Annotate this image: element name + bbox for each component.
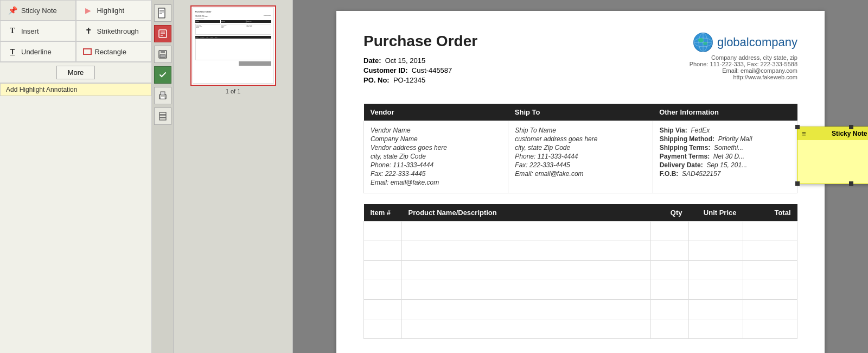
other-info-header: Other Information	[653, 104, 797, 121]
company-details: Company address, city state, zip Phone: …	[690, 54, 797, 80]
ship-via-value: FedEx	[691, 127, 710, 134]
ship-via-label: Ship Via:	[660, 127, 687, 134]
rectangle-label: Rectangle	[95, 48, 127, 56]
ship-email: Email: email@fake.com	[515, 170, 646, 178]
vendor-address1: Vendor address goes here	[371, 144, 501, 152]
toolbar-grid: 📌 Sticky Note ▶ Highlight T Insert ✝ Str…	[0, 0, 151, 62]
resize-handle-bl[interactable]	[795, 181, 800, 186]
ship-to-cell: Ship To Name customer address goes here …	[508, 121, 653, 193]
vendor-header: Vendor	[364, 104, 508, 121]
shipping-method-row: Shipping Method: Priority Mail	[660, 135, 790, 143]
underline-button[interactable]: T Underline	[0, 41, 76, 62]
rectangle-icon	[83, 48, 92, 55]
main-area: Purchase Order Date: Oct 15, 2015 Custom…	[293, 0, 868, 353]
ship-phone: Phone: 111-333-4444	[515, 153, 646, 160]
shipping-terms-value: Somethi...	[714, 144, 743, 152]
table-row	[364, 280, 797, 300]
shipping-terms-row: Shipping Terms: Somethi...	[660, 144, 790, 152]
cell-price-6	[689, 319, 743, 339]
po-row: PO. No: PO-12345	[363, 76, 477, 84]
vendor-cell: Vendor Name Company Name Vendor address …	[364, 121, 508, 193]
underline-label: Underline	[21, 48, 52, 56]
strikethrough-icon: ✝	[83, 26, 94, 36]
tooltip-bar: Add Highlight Annotation	[0, 83, 151, 96]
underline-icon: T	[7, 46, 18, 57]
company-web: http://www.fakeweb.com	[690, 74, 797, 80]
table-row	[364, 261, 797, 280]
insert-icon: T	[7, 26, 18, 36]
col-qty: Qty	[651, 204, 689, 222]
bookmark-icon[interactable]	[154, 108, 171, 125]
shipping-method-value: Priority Mail	[718, 135, 752, 143]
cell-item-5	[364, 300, 402, 319]
vendor-email: Email: email@fake.com	[371, 179, 501, 186]
cell-product-3	[402, 261, 651, 280]
resize-handle-tm[interactable]	[849, 125, 853, 129]
cell-qty-3	[651, 261, 689, 280]
company-address: Company address, city state, zip	[690, 54, 797, 61]
col-total: Total	[743, 204, 797, 222]
company-logo: globalcompany Company address, city stat…	[690, 33, 797, 80]
cell-price-3	[689, 261, 743, 280]
check-icon[interactable]	[154, 66, 171, 84]
svg-point-23	[703, 42, 707, 45]
cell-qty-2	[651, 241, 689, 261]
sticky-note[interactable]: ≡ Sticky Note —	[797, 127, 868, 184]
page-icon[interactable]	[154, 4, 171, 22]
highlight-button[interactable]: ▶ Highlight	[76, 0, 152, 21]
cell-item-4	[364, 280, 402, 300]
shipping-terms-label: Shipping Terms:	[660, 144, 711, 152]
date-row: Date: Oct 15, 2015	[363, 56, 477, 65]
annotation-icon[interactable]	[154, 25, 171, 42]
save-icon[interactable]	[154, 46, 171, 63]
col-product: Product Name/Description	[402, 204, 651, 222]
strikethrough-label: Strikethrough	[97, 27, 139, 35]
left-toolbar: 📌 Sticky Note ▶ Highlight T Insert ✝ Str…	[0, 0, 152, 353]
doc-title-section: Purchase Order Date: Oct 15, 2015 Custom…	[363, 33, 477, 93]
fob-value: SAD4522157	[682, 170, 720, 178]
page-label: 1 of 1	[226, 88, 241, 94]
thumbnail-image: Purchase Order Date: Oct 15, 2015Custome…	[193, 8, 274, 84]
thumbnail-panel: Purchase Order Date: Oct 15, 2015Custome…	[174, 0, 293, 353]
svg-rect-15	[159, 115, 166, 117]
cell-qty-1	[651, 222, 689, 241]
delivery-date-label: Delivery Date:	[660, 161, 703, 169]
cell-qty-5	[651, 300, 689, 319]
fob-row: F.O.B: SAD4522157	[660, 170, 790, 178]
ship-name: Ship To Name	[515, 127, 646, 134]
date-label: Date:	[363, 56, 381, 65]
strikethrough-button[interactable]: ✝ Strikethrough	[76, 21, 152, 41]
resize-handle-bm[interactable]	[849, 181, 853, 186]
payment-terms-row: Payment Terms: Net 30 D...	[660, 153, 790, 160]
svg-rect-16	[159, 118, 166, 120]
cell-total-2	[743, 241, 797, 261]
sticky-note-body[interactable]	[797, 140, 868, 184]
cell-product-4	[402, 280, 651, 300]
doc-meta: Date: Oct 15, 2015 Customer ID: Cust-445…	[363, 56, 477, 84]
company-email: Email: email@company.com	[690, 67, 797, 74]
highlight-label: Highlight	[97, 7, 125, 15]
rectangle-button[interactable]: Rectangle	[76, 41, 152, 62]
svg-rect-13	[161, 97, 165, 99]
date-value: Oct 15, 2015	[385, 56, 425, 65]
more-button[interactable]: More	[56, 66, 95, 79]
sticky-note-title: Sticky Note	[832, 130, 867, 137]
other-info-cell: Ship Via: FedEx Shipping Method: Priorit…	[653, 121, 797, 193]
sticky-note-icon-sm: ≡	[802, 130, 806, 138]
cell-product-5	[402, 300, 651, 319]
insert-button[interactable]: T Insert	[0, 21, 76, 41]
col-item-num: Item #	[364, 204, 402, 222]
vendor-fax: Fax: 222-333-4445	[371, 170, 501, 178]
items-table: Item # Product Name/Description Qty Unit…	[363, 204, 797, 339]
cell-price-4	[689, 280, 743, 300]
cell-price-1	[689, 222, 743, 241]
sticky-note-button[interactable]: 📌 Sticky Note	[0, 0, 76, 21]
globe-icon	[693, 33, 713, 52]
print-icon[interactable]	[154, 87, 171, 104]
resize-handle-tl[interactable]	[795, 125, 800, 129]
payment-terms-value: Net 30 D...	[713, 153, 744, 160]
shipping-method-label: Shipping Method:	[660, 135, 714, 143]
table-row	[364, 222, 797, 241]
thumbnail-wrapper[interactable]: Purchase Order Date: Oct 15, 2015Custome…	[190, 5, 276, 86]
fob-label: F.O.B:	[660, 170, 679, 178]
